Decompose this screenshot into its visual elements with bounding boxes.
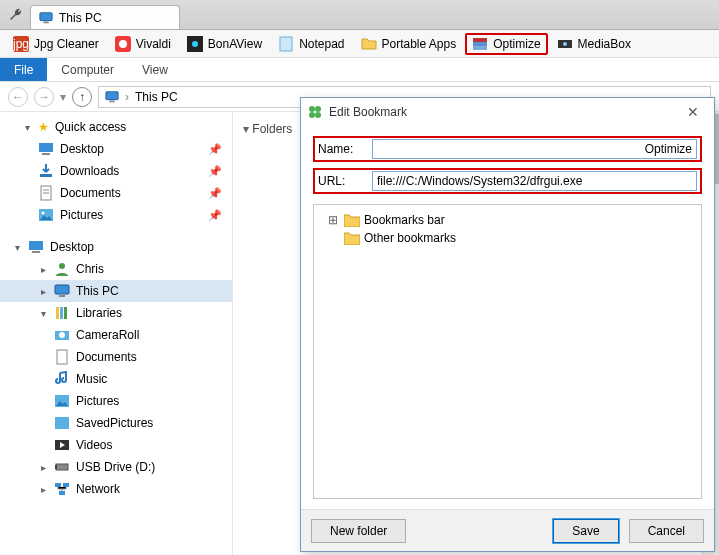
ribbon-tab-computer[interactable]: Computer [47, 58, 128, 81]
bookmark-portable-apps[interactable]: Portable Apps [354, 33, 464, 55]
tree-lib-documents[interactable]: Documents [0, 346, 232, 368]
pc-icon [39, 11, 53, 25]
music-icon [54, 371, 70, 387]
name-label: Name: [318, 142, 364, 156]
svg-rect-42 [59, 491, 65, 495]
bonaview-icon [187, 36, 203, 52]
nav-tree[interactable]: ▾★Quick access Desktop📌 Downloads📌 Docum… [0, 112, 232, 555]
ribbon-tabs: File Computer View [0, 58, 719, 82]
svg-rect-9 [473, 42, 487, 46]
svg-rect-27 [55, 285, 69, 294]
svg-rect-17 [42, 153, 50, 155]
svg-rect-31 [64, 307, 67, 319]
svg-rect-36 [55, 417, 69, 429]
tree-label: Quick access [55, 120, 126, 134]
bookmark-label: Portable Apps [382, 37, 457, 51]
tree-label: Network [76, 482, 120, 496]
save-button[interactable]: Save [553, 519, 618, 543]
svg-point-26 [59, 263, 65, 269]
bookmark-vivaldi[interactable]: Vivaldi [108, 33, 178, 55]
pictures-icon [54, 393, 70, 409]
folder-icon [361, 36, 377, 52]
pin-icon: 📌 [208, 187, 222, 200]
svg-rect-16 [39, 143, 53, 152]
tree-downloads[interactable]: Downloads📌 [0, 160, 232, 182]
tree-lib-music[interactable]: Music [0, 368, 232, 390]
wrench-icon[interactable] [8, 7, 24, 23]
name-input[interactable] [372, 139, 697, 159]
folder-icon [344, 213, 360, 227]
libraries-icon [54, 305, 70, 321]
tree-desktop-root[interactable]: ▾Desktop [0, 236, 232, 258]
bookmark-jpg-cleaner[interactable]: jpg Jpg Cleaner [6, 33, 106, 55]
vivaldi-icon [115, 36, 131, 52]
dialog-footer: New folder Save Cancel [301, 509, 714, 551]
tree-label: USB Drive (D:) [76, 460, 155, 474]
tree-documents[interactable]: Documents📌 [0, 182, 232, 204]
downloads-icon [38, 163, 54, 179]
bookmark-bonaview[interactable]: BonAView [180, 33, 269, 55]
tree-label: Documents [76, 350, 137, 364]
browser-tab[interactable]: This PC [30, 5, 180, 29]
svg-rect-28 [59, 295, 65, 297]
nav-recent-dropdown[interactable]: ▾ [60, 90, 66, 104]
videos-icon [54, 437, 70, 453]
tree-label: CameraRoll [76, 328, 139, 342]
svg-rect-29 [56, 307, 59, 319]
tree-lib-pictures[interactable]: Pictures [0, 390, 232, 412]
svg-rect-1 [43, 21, 48, 23]
url-label: URL: [318, 174, 364, 188]
tree-quick-access[interactable]: ▾★Quick access [0, 116, 232, 138]
tree-label: Desktop [60, 142, 104, 156]
svg-point-7 [192, 41, 198, 47]
tree-this-pc[interactable]: ▸This PC [0, 280, 232, 302]
bookmarks-bar: jpg Jpg Cleaner Vivaldi BonAView Notepad… [0, 30, 719, 58]
name-field-row: Name: [313, 136, 702, 162]
tree-usb-drive[interactable]: ▸USB Drive (D:) [0, 456, 232, 478]
mediabox-icon [557, 36, 573, 52]
dialog-title: Edit Bookmark [329, 105, 407, 119]
cancel-button[interactable]: Cancel [629, 519, 704, 543]
ribbon-tab-view[interactable]: View [128, 58, 182, 81]
tree-network[interactable]: ▸Network [0, 478, 232, 500]
svg-rect-39 [55, 465, 57, 469]
tree-label: Pictures [76, 394, 119, 408]
url-input[interactable] [372, 171, 697, 191]
ribbon-tab-label: Computer [61, 63, 114, 77]
tree-label: Videos [76, 438, 112, 452]
folder-icon [344, 231, 360, 245]
tree-user-chris[interactable]: ▸Chris [0, 258, 232, 280]
ribbon-file[interactable]: File [0, 58, 47, 81]
folder-other-bookmarks[interactable]: Other bookmarks [318, 229, 697, 247]
nav-up-button[interactable]: ↑ [72, 87, 92, 107]
bookmark-optimize[interactable]: Optimize [465, 33, 547, 55]
bookmark-label: Vivaldi [136, 37, 171, 51]
tree-libraries[interactable]: ▾Libraries [0, 302, 232, 324]
tree-pictures[interactable]: Pictures📌 [0, 204, 232, 226]
close-button[interactable]: ✕ [678, 104, 708, 120]
pictures-icon [38, 207, 54, 223]
tree-lib-videos[interactable]: Videos [0, 434, 232, 456]
documents-icon [38, 185, 54, 201]
pictures-icon [54, 415, 70, 431]
address-path: This PC [135, 90, 178, 104]
desktop-icon [28, 239, 44, 255]
documents-icon [54, 349, 70, 365]
tree-savedpictures[interactable]: SavedPictures [0, 412, 232, 434]
tree-desktop[interactable]: Desktop📌 [0, 138, 232, 160]
svg-rect-8 [280, 37, 292, 51]
url-field-row: URL: [313, 168, 702, 194]
svg-rect-18 [40, 174, 52, 177]
tree-label: Downloads [60, 164, 119, 178]
expand-icon[interactable]: ⊞ [328, 213, 340, 227]
bookmark-mediabox[interactable]: MediaBox [550, 33, 638, 55]
new-folder-button[interactable]: New folder [311, 519, 406, 543]
tree-cameraroll[interactable]: CameraRoll [0, 324, 232, 346]
folder-bookmarks-bar[interactable]: ⊞ Bookmarks bar [318, 211, 697, 229]
tab-title: This PC [59, 11, 102, 25]
svg-rect-11 [473, 46, 487, 50]
folder-tree[interactable]: ⊞ Bookmarks bar Other bookmarks [313, 204, 702, 499]
nav-back-button[interactable]: ← [8, 87, 28, 107]
bookmark-notepad[interactable]: Notepad [271, 33, 351, 55]
svg-rect-0 [40, 12, 52, 20]
